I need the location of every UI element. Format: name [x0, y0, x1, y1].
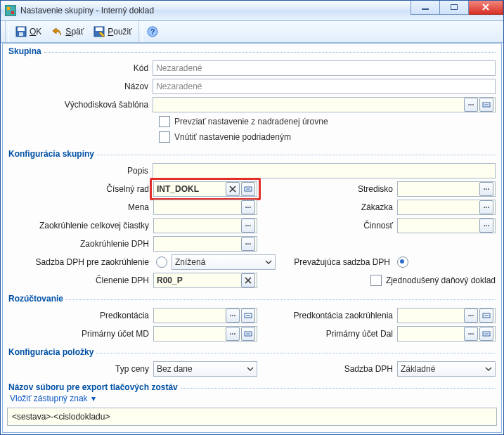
field-cinnost[interactable]: ···	[397, 218, 496, 233]
chevron-down-icon	[244, 362, 257, 376]
field-prim-dal[interactable]: ···	[397, 326, 496, 342]
field-stredisko[interactable]: ···	[397, 181, 496, 197]
highlight-ciselny-rad: INT_DOKL	[150, 178, 261, 200]
field-sablona[interactable]: ···	[153, 97, 496, 112]
checkbox-icon	[159, 116, 170, 127]
link-vlozit[interactable]: Vložiť zástupný znak ▾	[10, 394, 96, 403]
combo-sadzba-pre-zaok[interactable]: Znížená	[172, 254, 276, 270]
label-typ-ceny: Typ ceny	[8, 364, 153, 374]
clear-icon[interactable]	[226, 182, 240, 196]
checkbox-prevziat[interactable]: Prevziať nastavenie z nadradenej úrovne	[8, 114, 496, 129]
group-export: Názov súboru pre export tlačových zostáv…	[7, 382, 497, 426]
chevron-down-icon	[482, 362, 495, 376]
clear-icon[interactable]	[241, 273, 255, 287]
window-buttons	[411, 1, 503, 20]
label-zjedn: Zjednodušený daňový doklad	[386, 275, 496, 285]
field-ciselny-rad[interactable]: INT_DOKL	[153, 181, 257, 197]
svg-text:?: ?	[150, 27, 155, 36]
window-title: Nastavenie skupiny - Interný doklad	[20, 6, 411, 15]
field-popis[interactable]	[153, 163, 496, 178]
group-title-konfig-sk: Konfigurácia skupiny	[7, 149, 497, 159]
label-mena: Mena	[8, 202, 153, 212]
ellipsis-icon[interactable]: ···	[479, 219, 493, 233]
field-export[interactable]: <sestava>-<cislodokladu>	[7, 408, 497, 426]
detail-toggle-icon[interactable]	[479, 309, 493, 323]
body: Skupina Kód Nezaradené Názov Nezaradené …	[2, 43, 502, 433]
label-prev-sadzba: Prevažujúca sadzba DPH	[278, 257, 394, 267]
detail-toggle-icon[interactable]	[241, 327, 255, 341]
ellipsis-icon[interactable]: ···	[226, 327, 240, 341]
label-predkont-zaok: Predkontácia zaokrúhlenia	[280, 311, 397, 320]
help-button[interactable]: ?	[144, 23, 161, 40]
group-rozuctovanie: Rozúčtovanie Predkontácia ···	[7, 294, 497, 344]
toolbar-separator	[138, 21, 143, 42]
checkbox-vnutit[interactable]: Vnútiť nastavenie podriadeným	[8, 129, 496, 145]
chevron-down-icon	[262, 255, 275, 269]
group-konfiguracia-skupiny: Konfigurácia skupiny Popis Číselný rad I…	[7, 149, 497, 291]
group-title-konfig-pol: Konfigurácia položky	[7, 347, 497, 357]
help-icon: ?	[147, 26, 158, 37]
field-kod[interactable]: Nezaradené	[153, 60, 496, 76]
label-sadzba-pre-zaok: Sadzba DPH pre zaokrúhlenie	[8, 257, 153, 267]
combo-typ-ceny[interactable]: Bez dane	[153, 361, 257, 377]
label-clenenie: Členenie DPH	[8, 275, 153, 285]
radio-sadzba-pre-zaok[interactable]	[156, 257, 167, 268]
label-kod: Kód	[8, 63, 153, 73]
ellipsis-icon[interactable]: ···	[241, 219, 255, 233]
field-zaok-celk[interactable]: ···	[153, 218, 257, 233]
detail-toggle-icon[interactable]	[479, 327, 493, 341]
ellipsis-icon[interactable]: ···	[226, 309, 240, 323]
group-konfiguracia-polozky: Konfigurácia položky Typ ceny Bez dane S	[7, 347, 497, 379]
detail-toggle-icon[interactable]	[479, 98, 493, 112]
label-zaok-dph: Zaokrúhlenie DPH	[8, 239, 153, 249]
ellipsis-icon[interactable]: ···	[464, 98, 478, 112]
minimize-button[interactable]	[411, 0, 440, 15]
field-predkont-zaok[interactable]: ···	[397, 308, 496, 323]
ok-button[interactable]: OK	[11, 23, 46, 40]
toolbar-grip	[5, 21, 9, 42]
label-sadzba-dph: Sadzba DPH	[280, 364, 397, 374]
field-zakazka[interactable]: ···	[397, 200, 496, 215]
label-zakazka: Zákazka	[280, 202, 397, 212]
maximize-button[interactable]	[440, 0, 469, 15]
chevron-down-icon: ▾	[91, 394, 96, 403]
back-button[interactable]: Späť	[46, 23, 89, 40]
radio-prev-sadzba[interactable]	[397, 257, 408, 268]
ellipsis-icon[interactable]: ···	[241, 237, 255, 251]
ellipsis-icon[interactable]: ···	[479, 200, 493, 214]
svg-rect-1	[18, 27, 25, 31]
svg-rect-2	[19, 32, 23, 36]
field-clenenie[interactable]: R00_P	[153, 273, 257, 288]
ellipsis-icon[interactable]: ···	[464, 309, 478, 323]
label-zaok-celk: Zaokrúhlenie celkovej čiastky	[8, 221, 153, 231]
label-nazov: Názov	[8, 82, 153, 91]
save-icon	[15, 26, 27, 37]
label-ciselny-rad: Číselný rad	[8, 184, 153, 194]
field-prim-md[interactable]: ···	[153, 326, 257, 342]
field-nazov[interactable]: Nezaradené	[153, 79, 496, 94]
group-title-rozuct: Rozúčtovanie	[7, 294, 497, 304]
undo-icon	[51, 26, 63, 37]
ellipsis-icon[interactable]: ···	[479, 182, 493, 196]
toolbar: OK Späť Použiť ?	[1, 21, 503, 43]
label-predkont: Predkontácia	[8, 311, 153, 320]
checkbox-icon[interactable]	[370, 275, 382, 286]
detail-toggle-icon[interactable]	[241, 309, 255, 323]
group-title-skupina: Skupina	[7, 46, 497, 56]
group-poznamka: Poznámka	[7, 431, 497, 433]
ellipsis-icon[interactable]: ···	[241, 200, 255, 214]
field-predkont[interactable]: ···	[153, 308, 257, 323]
detail-toggle-icon[interactable]	[241, 182, 255, 196]
field-mena[interactable]: ···	[153, 200, 257, 215]
apply-button[interactable]: Použiť	[89, 23, 137, 40]
checkbox-icon	[159, 131, 170, 143]
field-zaok-dph[interactable]: ···	[153, 236, 257, 252]
close-button[interactable]	[469, 0, 503, 15]
group-title-poznamka: Poznámka	[7, 431, 497, 433]
label-prim-dal: Primárny účet Dal	[280, 329, 397, 339]
ellipsis-icon[interactable]: ···	[464, 327, 478, 341]
label-popis: Popis	[8, 166, 153, 176]
apply-icon	[93, 26, 105, 37]
combo-sadzba-dph[interactable]: Základné	[397, 361, 496, 377]
group-title-export: Názov súboru pre export tlačových zostáv	[7, 382, 497, 392]
